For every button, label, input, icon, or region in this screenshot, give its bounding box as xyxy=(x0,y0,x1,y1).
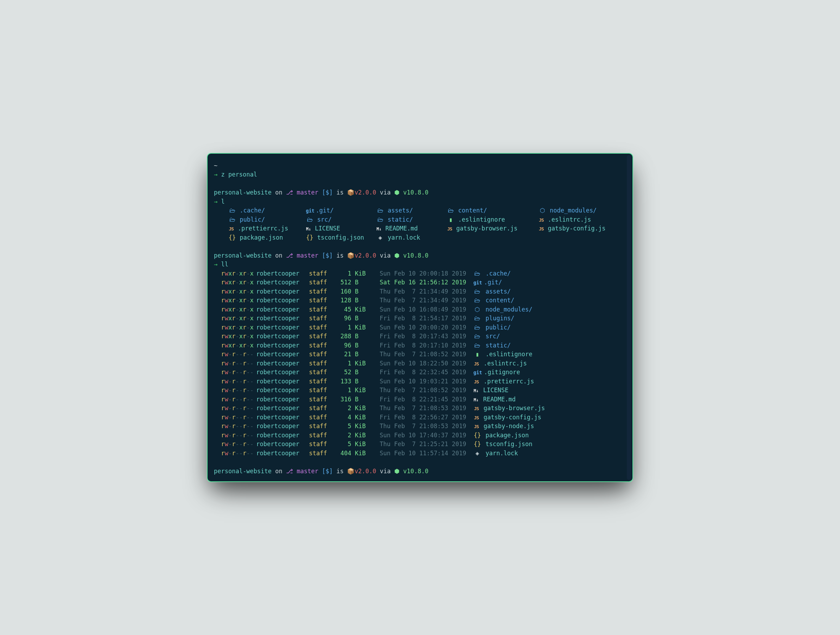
ll-row: rw-r--r--robertcooperstaff316 B Fri Feb … xyxy=(214,395,545,404)
group: staff xyxy=(309,377,337,386)
folder-icon: 🗁 xyxy=(474,287,481,296)
prompt-status-2: personal-website on ⎇ master [$] is 📦v2.… xyxy=(214,251,628,261)
permissions: rwxr-xr-x xyxy=(214,305,256,314)
js-icon: JS xyxy=(474,379,480,385)
ls-item: JS gatsby-config.js xyxy=(538,224,630,233)
ll-row: rw-r--r--robertcooperstaff2 KiB Thu Feb … xyxy=(214,404,545,413)
ls-item: 🗁 .cache/ xyxy=(228,206,306,215)
js-icon: JS xyxy=(538,226,545,232)
ls-item: M↓ LICENSE xyxy=(306,224,376,233)
date: Fri Feb 8 22:21:45 2019 xyxy=(373,395,474,404)
prompt-ll-cmd: → ll xyxy=(214,260,628,269)
file-name: tsconfig.json xyxy=(486,441,532,447)
node-icon: ⬢ xyxy=(394,468,399,475)
file-name: gatsby-node.js xyxy=(483,423,534,430)
permissions: rwxr-xr-x xyxy=(214,332,256,341)
prompt-l-cmd: → l xyxy=(214,197,628,207)
package-icon: 📦 xyxy=(347,189,354,196)
file-entry: JS gatsby-node.js xyxy=(474,422,545,431)
ll-row: rw-r--r--robertcooperstaff404 KiB Sun Fe… xyxy=(214,449,545,458)
permissions: rw-r--r-- xyxy=(214,404,256,413)
size: 2 KiB xyxy=(337,431,373,440)
ls-item: 🗁 assets/ xyxy=(376,206,447,215)
folder-icon: 🗁 xyxy=(474,314,481,323)
file-name: .eslintignore xyxy=(486,351,532,358)
size: 1 KiB xyxy=(337,323,373,332)
folder-icon: 🗁 xyxy=(474,332,481,341)
file-entry: JS gatsby-browser.js xyxy=(474,404,545,413)
permissions: rw-r--r-- xyxy=(214,395,256,404)
size: 133 B xyxy=(337,377,373,386)
blank-line xyxy=(214,179,628,188)
file-entry: 🗁 .cache/ xyxy=(474,269,545,278)
folder-icon: 🗁 xyxy=(228,206,236,215)
file-name: .git/ xyxy=(316,207,334,214)
date: Thu Feb 7 21:34:49 2019 xyxy=(373,287,474,296)
date: Fri Feb 8 22:56:27 2019 xyxy=(373,413,474,422)
folder-icon: 🗁 xyxy=(474,269,481,278)
permissions: rw-r--r-- xyxy=(214,440,256,449)
folder-icon: 🗁 xyxy=(474,341,481,350)
hex-icon: ⬡ xyxy=(538,206,546,215)
terminal-content[interactable]: ~ → z personal personal-website on ⎇ mas… xyxy=(212,155,631,480)
ls-item: {} package.json xyxy=(228,233,306,242)
file-name: .eslintrc.js xyxy=(483,360,527,367)
folder-icon: 🗁 xyxy=(474,323,481,332)
ll-row: rw-r--r--robertcooperstaff5 KiB Thu Feb … xyxy=(214,422,545,431)
group: staff xyxy=(309,305,337,314)
file-name: .git/ xyxy=(484,279,502,286)
file-icon: ▮ xyxy=(447,215,455,224)
permissions: rw-r--r-- xyxy=(214,422,256,431)
ll-row: rwxr-xr-xrobertcooperstaff1 KiB Sun Feb … xyxy=(214,269,545,278)
terminal-window[interactable]: ~ → z personal personal-website on ⎇ mas… xyxy=(207,153,633,482)
size: 316 B xyxy=(337,395,373,404)
json-icon: {} xyxy=(474,431,481,440)
ls-item: 🗁 src/ xyxy=(306,215,376,224)
date: Fri Feb 8 20:17:43 2019 xyxy=(373,332,474,341)
date: Fri Feb 8 20:17:10 2019 xyxy=(373,341,474,350)
file-name: package.json xyxy=(240,234,283,241)
ll-row: rwxr-xr-xrobertcooperstaff96 B Fri Feb 8… xyxy=(214,341,545,350)
permissions: rwxr-xr-x xyxy=(214,287,256,296)
group: staff xyxy=(309,386,337,395)
owner: robertcooper xyxy=(256,440,309,449)
branch-icon: ⎇ xyxy=(286,189,293,196)
markdown-icon: M↓ xyxy=(474,397,479,403)
owner: robertcooper xyxy=(256,404,309,413)
date: Sun Feb 10 20:00:20 2019 xyxy=(373,323,474,332)
group: staff xyxy=(309,323,337,332)
size: 1 KiB xyxy=(337,359,373,368)
file-entry: 🗁 content/ xyxy=(474,296,545,305)
owner: robertcooper xyxy=(256,368,309,377)
command-input: l xyxy=(221,198,225,205)
command-input: z personal xyxy=(221,171,257,178)
file-entry: 🗁 plugins/ xyxy=(474,314,545,323)
file-entry: 🗁 src/ xyxy=(474,332,545,341)
date: Thu Feb 7 21:08:53 2019 xyxy=(373,404,474,413)
owner: robertcooper xyxy=(256,296,309,305)
file-name: plugins/ xyxy=(486,315,515,322)
owner: robertcooper xyxy=(256,386,309,395)
ll-row: rw-r--r--robertcooperstaff133 B Sun Feb … xyxy=(214,377,545,386)
file-name: .prettierrc.js xyxy=(483,378,534,385)
permissions: rw-r--r-- xyxy=(214,449,256,458)
size: 96 B xyxy=(337,314,373,323)
permissions: rw-r--r-- xyxy=(214,431,256,440)
js-icon: JS xyxy=(447,226,453,232)
ll-row: rw-r--r--robertcooperstaff1 KiB Thu Feb … xyxy=(214,386,545,395)
owner: robertcooper xyxy=(256,395,309,404)
group: staff xyxy=(309,413,337,422)
permissions: rwxr-xr-x xyxy=(214,269,256,278)
owner: robertcooper xyxy=(256,269,309,278)
file-name: static/ xyxy=(486,342,511,349)
permissions: rw-r--r-- xyxy=(214,359,256,368)
file-name: src/ xyxy=(317,216,332,223)
file-name: content/ xyxy=(458,207,487,214)
size: 5 KiB xyxy=(337,440,373,449)
ls-item: M↓ README.md xyxy=(376,224,447,233)
date: Sun Feb 10 17:40:37 2019 xyxy=(373,431,474,440)
group: staff xyxy=(309,350,337,359)
group: staff xyxy=(309,341,337,350)
file-name: gatsby-config.js xyxy=(483,414,541,421)
file-entry: ◈ yarn.lock xyxy=(474,449,545,458)
